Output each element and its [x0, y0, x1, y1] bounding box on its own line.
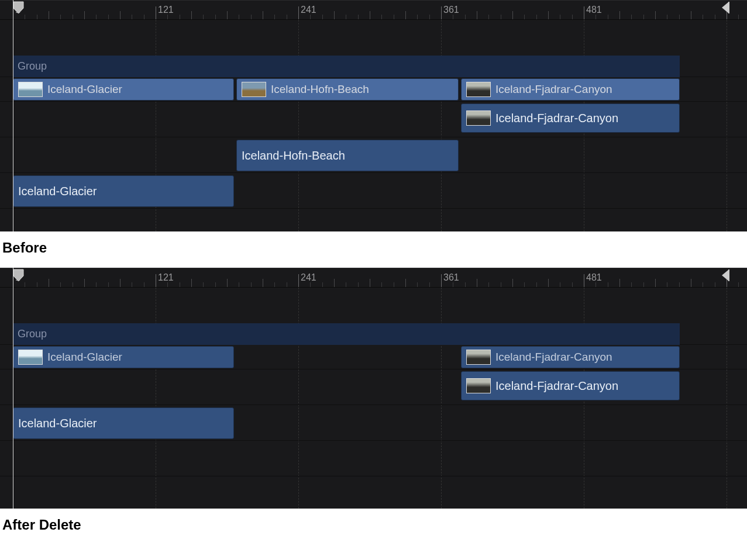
thumbnail-icon: [466, 82, 491, 97]
ruler-mark: 121: [158, 5, 174, 15]
thumbnail-icon: [18, 82, 43, 97]
clip-label: Iceland-Glacier: [47, 351, 122, 364]
clip-label: Iceland-Fjadrar-Canyon: [495, 83, 612, 96]
label-after: After Delete: [0, 509, 747, 537]
clip-canyon[interactable]: Iceland-Fjadrar-Canyon: [461, 371, 680, 400]
out-marker-icon[interactable]: [721, 269, 729, 282]
clip-label: Iceland-Fjadrar-Canyon: [495, 112, 618, 125]
clip-label: Iceland-Hofn-Beach: [242, 149, 345, 163]
ruler-mark: 1: [15, 5, 20, 15]
group-clip[interactable]: Group: [13, 56, 680, 77]
clip-label: Iceland-Glacier: [18, 185, 97, 198]
track-row-group[interactable]: Group: [0, 323, 747, 345]
track-row-3[interactable]: Iceland-Hofn-Beach: [0, 137, 747, 173]
track-row-thumbs[interactable]: Iceland-Glacier Iceland-Fjadrar-Canyon: [0, 345, 747, 369]
track-row-4[interactable]: Iceland-Glacier: [0, 173, 747, 209]
clip-label: Iceland-Hofn-Beach: [271, 83, 369, 96]
ruler-ticks: 1121241361481: [0, 268, 747, 287]
track-row-group[interactable]: Group: [0, 56, 747, 77]
ruler-mark: 481: [586, 272, 602, 283]
clip-thumb-glacier[interactable]: Iceland-Glacier: [13, 78, 234, 101]
svg-rect-1: [728, 269, 729, 281]
playhead[interactable]: [13, 0, 13, 231]
label-before: Before: [0, 231, 747, 260]
timeline-after[interactable]: 1121241361481 Group Iceland-Glacier Icel…: [0, 268, 747, 509]
ruler-mark: 361: [443, 272, 459, 283]
clip-label: Iceland-Fjadrar-Canyon: [495, 379, 618, 393]
group-clip[interactable]: Group: [13, 323, 680, 345]
time-ruler[interactable]: 1121241361481: [0, 268, 747, 288]
clip-glacier[interactable]: Iceland-Glacier: [13, 175, 234, 207]
thumbnail-icon: [242, 82, 266, 97]
ruler-mark: 121: [158, 272, 174, 283]
time-ruler[interactable]: 1121241361481: [0, 0, 747, 20]
ruler-ticks: 1121241361481: [0, 1, 747, 19]
track-row-3[interactable]: Iceland-Glacier: [0, 405, 747, 441]
thumbnail-icon: [18, 350, 43, 365]
clip-canyon[interactable]: Iceland-Fjadrar-Canyon: [461, 103, 680, 133]
track-row-empty[interactable]: [0, 441, 747, 476]
thumbnail-icon: [466, 110, 491, 126]
clip-thumb-canyon[interactable]: Iceland-Fjadrar-Canyon: [461, 346, 680, 368]
timeline-before[interactable]: 1121241361481 Group Iceland-Glacier: [0, 0, 747, 231]
clip-thumb-hofn[interactable]: Iceland-Hofn-Beach: [236, 78, 459, 101]
ruler-mark: 481: [586, 5, 602, 15]
clip-label: Iceland-Glacier: [18, 417, 97, 430]
group-label: Group: [18, 60, 47, 72]
clip-label: Iceland-Fjadrar-Canyon: [495, 351, 612, 364]
clip-glacier[interactable]: Iceland-Glacier: [13, 407, 234, 439]
clip-label: Iceland-Glacier: [47, 83, 122, 96]
track-row-thumbs[interactable]: Iceland-Glacier Iceland-Hofn-Beach Icela…: [0, 77, 747, 102]
thumbnail-icon: [466, 378, 491, 393]
track-row-2[interactable]: Iceland-Fjadrar-Canyon: [0, 369, 747, 405]
ruler-mark: 241: [301, 5, 316, 15]
svg-rect-0: [728, 2, 729, 13]
playhead[interactable]: [13, 268, 13, 509]
clip-hofn[interactable]: Iceland-Hofn-Beach: [236, 140, 459, 171]
ruler-mark: 1: [15, 272, 20, 283]
clip-thumb-glacier[interactable]: Iceland-Glacier: [13, 346, 234, 368]
out-marker-icon[interactable]: [721, 1, 729, 14]
ruler-mark: 361: [443, 5, 459, 15]
thumbnail-icon: [466, 350, 491, 365]
group-label: Group: [18, 328, 47, 340]
ruler-mark: 241: [301, 272, 316, 283]
clip-thumb-canyon[interactable]: Iceland-Fjadrar-Canyon: [461, 78, 680, 101]
track-row-2[interactable]: Iceland-Fjadrar-Canyon: [0, 102, 747, 137]
